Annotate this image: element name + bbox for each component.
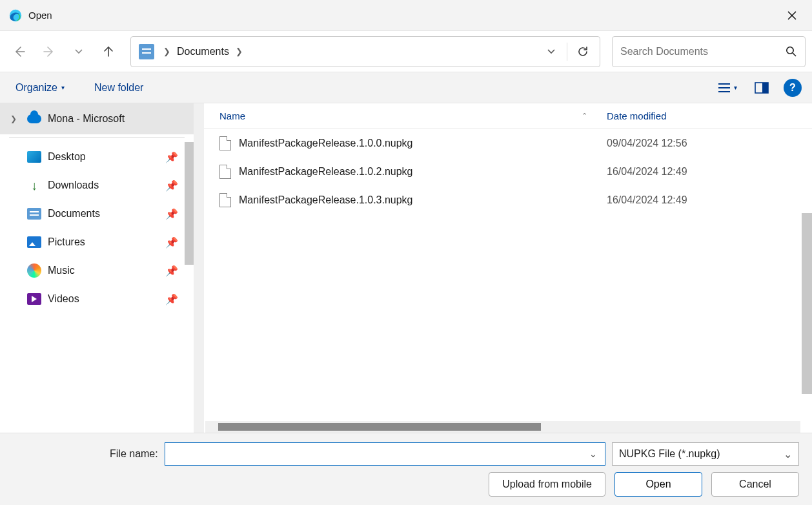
scrollbar-thumb[interactable] <box>218 423 541 431</box>
file-date: 16/04/2024 12:49 <box>607 166 812 178</box>
back-button[interactable] <box>6 39 32 65</box>
divider <box>567 43 567 61</box>
search-box[interactable] <box>612 36 806 67</box>
file-icon <box>219 136 231 150</box>
filename-input[interactable] <box>165 449 585 460</box>
address-history-button[interactable] <box>538 39 564 65</box>
videos-icon <box>27 293 41 305</box>
search-icon <box>786 46 797 57</box>
breadcrumb-chevron-icon[interactable]: ❯ <box>158 46 176 56</box>
preview-pane-icon <box>755 82 769 94</box>
close-button[interactable] <box>777 0 807 30</box>
filename-combobox[interactable]: ⌄ <box>165 442 605 466</box>
refresh-icon <box>576 45 589 58</box>
quick-access-pictures[interactable]: Pictures 📌 <box>0 228 194 256</box>
arrow-right-icon <box>43 45 56 58</box>
file-name: ManifestPackageRelease.1.0.2.nupkg <box>239 166 413 178</box>
sidebar-divider <box>9 137 185 138</box>
music-icon <box>27 263 41 278</box>
sort-ascending-icon: ⌃ <box>582 112 587 120</box>
breadcrumb-documents[interactable]: Documents <box>176 46 230 57</box>
edge-app-icon <box>9 9 22 22</box>
file-row[interactable]: ManifestPackageRelease.1.0.0.nupkg 09/04… <box>194 129 812 158</box>
main-area: ❯ Mona - Microsoft Desktop 📌 ↓ Downloads… <box>0 103 812 433</box>
forward-button[interactable] <box>36 39 62 65</box>
documents-icon <box>27 208 41 220</box>
dialog-footer: File name: ⌄ NUPKG File (*.nupkg) ⌄ Uplo… <box>0 433 812 505</box>
navigation-pane: ❯ Mona - Microsoft Desktop 📌 ↓ Downloads… <box>0 103 194 433</box>
file-date: 16/04/2024 12:49 <box>607 194 812 206</box>
quick-access-documents[interactable]: Documents 📌 <box>0 200 194 228</box>
quick-item-label: Downloads <box>48 180 99 191</box>
view-mode-button[interactable]: ▾ <box>714 75 740 101</box>
column-date-label: Date modified <box>607 110 667 121</box>
file-list[interactable]: ManifestPackageRelease.1.0.0.nupkg 09/04… <box>194 129 812 433</box>
quick-access-music[interactable]: Music 📌 <box>0 256 194 285</box>
recent-locations-button[interactable] <box>66 39 92 65</box>
column-header-date[interactable]: Date modified <box>607 110 812 121</box>
new-folder-button[interactable]: New folder <box>89 78 148 98</box>
quick-item-label: Desktop <box>48 151 86 163</box>
pin-icon: 📌 <box>165 151 178 163</box>
pin-icon: 📌 <box>165 236 178 249</box>
refresh-button[interactable] <box>570 39 596 65</box>
svg-point-1 <box>787 46 793 53</box>
pin-icon: 📌 <box>165 293 178 305</box>
upload-from-mobile-button[interactable]: Upload from mobile <box>489 472 605 497</box>
vertical-scrollbar[interactable] <box>802 213 812 394</box>
file-row[interactable]: ManifestPackageRelease.1.0.3.nupkg 16/04… <box>194 186 812 214</box>
desktop-icon <box>27 151 41 163</box>
address-bar[interactable]: ❯ Documents ❯ <box>130 36 600 67</box>
documents-location-icon <box>139 44 154 59</box>
open-label: Open <box>645 479 671 490</box>
chevron-right-icon[interactable]: ❯ <box>10 114 21 123</box>
newfolder-label: New folder <box>94 82 143 94</box>
column-header-name[interactable]: Name ⌃ <box>219 110 607 121</box>
svg-rect-3 <box>762 83 768 93</box>
downloads-icon: ↓ <box>27 180 41 191</box>
pin-icon: 📌 <box>165 180 178 192</box>
arrow-up-icon <box>102 45 115 58</box>
search-input[interactable] <box>620 46 786 57</box>
organize-menu-button[interactable]: Organize ▾ <box>10 78 70 98</box>
tree-item-onedrive[interactable]: ❯ Mona - Microsoft <box>0 103 194 134</box>
preview-pane-button[interactable] <box>749 75 775 101</box>
close-icon <box>787 11 797 20</box>
toolbar: Organize ▾ New folder ▾ ? <box>0 72 812 103</box>
up-button[interactable] <box>96 39 121 65</box>
help-button[interactable]: ? <box>784 79 802 97</box>
file-date: 09/04/2024 12:56 <box>607 138 812 149</box>
pin-icon: 📌 <box>165 265 178 277</box>
cancel-button[interactable]: Cancel <box>711 472 799 497</box>
file-name: ManifestPackageRelease.1.0.0.nupkg <box>239 138 413 149</box>
pin-icon: 📌 <box>165 208 178 220</box>
quick-item-label: Videos <box>48 293 79 305</box>
list-view-icon <box>717 82 731 94</box>
filter-label: NUPKG File (*.nupkg) <box>619 448 720 460</box>
file-list-pane: Name ⌃ Date modified ManifestPackageRele… <box>194 103 812 433</box>
file-icon <box>219 193 231 207</box>
file-row[interactable]: ManifestPackageRelease.1.0.2.nupkg 16/04… <box>194 158 812 186</box>
pictures-icon <box>27 236 41 248</box>
quick-access-desktop[interactable]: Desktop 📌 <box>0 143 194 171</box>
quick-access-downloads[interactable]: ↓ Downloads 📌 <box>0 171 194 200</box>
quick-item-label: Documents <box>48 208 100 220</box>
navigation-bar: ❯ Documents ❯ <box>0 31 812 72</box>
chevron-down-icon[interactable]: ⌄ <box>585 449 601 459</box>
open-button[interactable]: Open <box>614 472 702 497</box>
titlebar: Open <box>0 0 812 31</box>
column-name-label: Name <box>219 110 245 121</box>
gutter <box>194 103 204 433</box>
chevron-down-icon <box>547 47 556 56</box>
caret-down-icon: ▾ <box>734 84 737 91</box>
breadcrumb-chevron-icon[interactable]: ❯ <box>230 46 248 56</box>
horizontal-scrollbar[interactable] <box>205 421 800 433</box>
column-headers: Name ⌃ Date modified <box>194 103 812 129</box>
quick-item-label: Music <box>48 265 75 276</box>
quick-access-videos[interactable]: Videos 📌 <box>0 285 194 313</box>
filetype-filter-select[interactable]: NUPKG File (*.nupkg) ⌄ <box>612 442 799 466</box>
arrow-left-icon <box>13 45 26 58</box>
sidebar-scrollbar[interactable] <box>185 142 194 265</box>
organize-label: Organize <box>15 82 57 94</box>
tree-item-label: Mona - Microsoft <box>48 113 125 125</box>
